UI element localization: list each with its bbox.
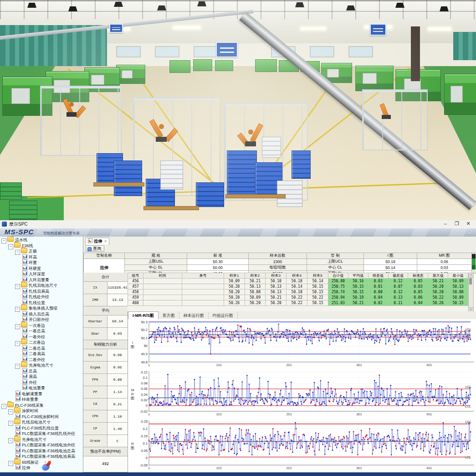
table-col-header[interactable]: 单号	[182, 273, 224, 279]
table-col-header[interactable]: 标准差	[408, 273, 428, 279]
tree-folder-扎线后电池尺寸[interactable]: −扎线后电池尺寸	[0, 282, 83, 288]
stats-value: 0.03	[107, 328, 128, 340]
tree-collapse-icon[interactable]: −	[1, 238, 6, 243]
tree-folder-流水线[interactable]: −流水线	[0, 237, 83, 243]
spec-scrollbar[interactable]	[471, 253, 476, 274]
tree-folder-二次卷边[interactable]: −二次卷边	[0, 339, 83, 345]
tree-item-入环深度[interactable]: 入环深度	[0, 271, 83, 277]
tree-folder-集电体插入预缩[interactable]: −集电体插入预缩	[0, 305, 83, 311]
table-col-header[interactable]: 最小值	[448, 273, 468, 279]
stats-label: PPK	[83, 374, 107, 386]
tree-item-二卷外径[interactable]: 二卷外径	[0, 357, 83, 362]
tree-item-锌膏重量[interactable]: 锌膏重量	[0, 396, 83, 402]
table-col-header[interactable]: 极差值	[388, 273, 408, 279]
table-col-header[interactable]: 样本2	[245, 273, 266, 279]
tree-collapse-icon[interactable]: −	[15, 364, 20, 369]
query-button[interactable]: Q查询	[86, 245, 104, 252]
svg-text:0.02: 0.02	[141, 398, 148, 402]
tree-item-电池重量[interactable]: 电池重量	[0, 385, 83, 391]
tree-item-开口部外径[interactable]: 开口部外径	[0, 316, 83, 322]
tree-item-环重[interactable]: 环重	[0, 259, 83, 265]
tree-item-扎线位置[interactable]: 扎线位置	[0, 300, 83, 305]
table-col-header[interactable]: 样本4	[287, 273, 307, 279]
tree-folder-F36线[interactable]: −F36线	[0, 243, 83, 248]
tree-item-一卷总高[interactable]: 一卷总高	[0, 328, 83, 334]
tree-folder-光身电池尺寸[interactable]: −光身电池尺寸	[0, 436, 83, 442]
tree-item-总高[interactable]: 总高	[0, 368, 83, 374]
stats-label: CP	[83, 423, 107, 435]
spec-row[interactable]: 拉伸上限USL50.302300上限UCL50.180.06	[84, 259, 472, 265]
table-scrollbar-thumb[interactable]	[469, 278, 472, 285]
table-col-header[interactable]: 平均值	[348, 273, 368, 279]
close-button[interactable]: ✕	[463, 221, 473, 227]
tree-folder-涂胶时间[interactable]: −涂胶时间	[0, 408, 83, 414]
tree-item-入环后重量[interactable]: 入环后重量	[0, 277, 83, 283]
tree-item-一卷外径[interactable]: 一卷外径	[0, 334, 83, 340]
table-cell: 0.13	[388, 295, 408, 300]
tree-item-电解液重量[interactable]: 电解液重量	[0, 391, 83, 397]
tree-folder-光身电池尺寸[interactable]: −光身电池尺寸	[0, 362, 83, 368]
tree-item-二卷肩高[interactable]: 二卷肩高	[0, 351, 83, 357]
spec-cell: 上限USL	[125, 259, 187, 265]
scroll-up-icon[interactable]: ˄	[469, 273, 473, 278]
tree-item-肩高[interactable]: 肩高	[0, 373, 83, 379]
tree-item-PLC数据采集-F36线扎线外径[interactable]: PLC数据采集-F36线扎线外径	[0, 430, 83, 436]
settings-gear-icon[interactable]: ⚙	[466, 228, 472, 236]
table-scrollbar[interactable]: ˄ ˅	[468, 273, 474, 312]
tab-close-icon[interactable]: ×	[104, 239, 107, 243]
tree-item-插入后总高[interactable]: 插入后总高	[0, 311, 83, 317]
tree-folder-PLC-F36线采集[interactable]: −PLC-F36线采集	[0, 402, 83, 408]
stats-row-CP: CP1.40	[83, 423, 128, 435]
table-col-header[interactable]: 样本5	[307, 273, 328, 279]
svg-text:401: 401	[426, 412, 432, 416]
tree-item-PLC数据采集-F36线电池总高[interactable]: PLC数据采集-F36线电池总高	[0, 448, 83, 454]
tree-item-外径[interactable]: 外径	[0, 379, 83, 385]
tab-lashen[interactable]: 拉伸×	[85, 238, 109, 245]
chart-tab-样本运行图[interactable]: 样本运行图	[179, 312, 209, 319]
tree-collapse-icon[interactable]: −	[8, 421, 13, 426]
spec-scrollbar-thumb[interactable]	[472, 254, 476, 269]
tree-item-扎线处外径[interactable]: 扎线处外径	[0, 294, 83, 300]
tree-folder-扎线后电池尺寸[interactable]: −扎线后电池尺寸	[0, 419, 83, 425]
table-col-header[interactable]: 时间	[143, 273, 182, 279]
spec-row[interactable]: 中心 SL50.00每组/组数中心 CL50.140.03	[84, 265, 472, 271]
table-row[interactable]: 45750.2050.1350.1350.1450.15250.7550.150…	[128, 284, 468, 290]
chart-tab-均值运行图[interactable]: 均值运行图	[209, 312, 238, 319]
tree-collapse-icon[interactable]: −	[15, 324, 20, 329]
table-col-header[interactable]: 移差值	[368, 273, 388, 279]
table-col-header[interactable]: 合计值	[328, 273, 348, 279]
tree-folder-一次卷边[interactable]: −一次卷边	[0, 322, 83, 328]
tree-collapse-icon[interactable]: −	[15, 284, 20, 289]
svg-text:1: 1	[148, 466, 150, 470]
chart-tab-直方图[interactable]: 直方图	[159, 312, 179, 319]
maximize-button[interactable]: ❐	[452, 221, 462, 227]
table-col-header[interactable]: 最大值	[428, 273, 448, 279]
minimize-button[interactable]: –	[440, 221, 450, 226]
table-row[interactable]: 45650.0950.2150.1050.1850.14250.8050.160…	[128, 279, 468, 284]
table-col-header[interactable]: 样本3	[266, 273, 287, 279]
tree-collapse-icon[interactable]: −	[15, 250, 20, 255]
app-logo: MS-SPC	[5, 228, 34, 236]
chart-tab-I-MR-R/S图[interactable]: I-MR-R/S图	[128, 311, 159, 320]
tree-collapse-icon[interactable]: −	[8, 409, 13, 414]
tree-collapse-icon[interactable]: −	[15, 341, 20, 346]
tree-collapse-icon[interactable]: −	[8, 244, 13, 249]
tree-item-环高[interactable]: 环高	[0, 254, 83, 260]
table-row[interactable]: 46050.2650.2050.2050.2250.15251.0350.210…	[128, 300, 468, 306]
tree-collapse-icon[interactable]: −	[1, 404, 6, 409]
tree-item-扎线后肩高[interactable]: 扎线后肩高	[0, 288, 83, 294]
svg-text:M: M	[131, 388, 134, 392]
table-col-header[interactable]: 样本1	[224, 273, 245, 279]
tree-item-二卷总高[interactable]: 二卷总高	[0, 345, 83, 351]
spec-col-header: 规 格	[125, 253, 187, 259]
svg-text:50.2: 50.2	[141, 328, 148, 332]
tree-collapse-icon[interactable]: −	[15, 307, 20, 312]
stats-row-Grade: GradeC	[83, 435, 128, 447]
tree-item-环硬度[interactable]: 环硬度	[0, 265, 83, 271]
tree-collapse-icon[interactable]: −	[8, 461, 13, 466]
tree-collapse-icon[interactable]: −	[8, 438, 13, 443]
tree-item-PLC数据采集-F36线电池肩高[interactable]: PLC数据采集-F36线电池肩高	[0, 453, 83, 459]
table-col-header[interactable]: 组号	[128, 273, 143, 279]
table-row[interactable]: 45850.2050.0850.1350.1850.15250.7450.150…	[128, 290, 468, 295]
table-row[interactable]: 45950.2050.0950.2150.2250.22250.9450.190…	[128, 295, 468, 300]
